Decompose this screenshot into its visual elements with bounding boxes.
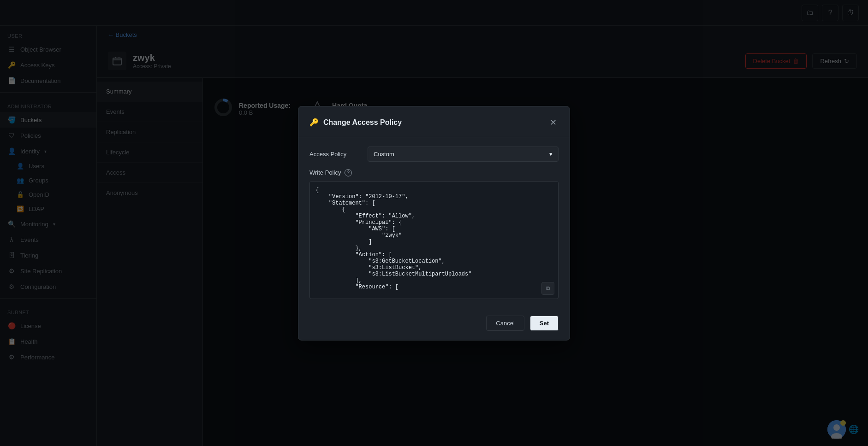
access-policy-select[interactable]: Custom ▾ (368, 147, 559, 162)
modal-overlay[interactable]: 🔑 Change Access Policy ✕ Access Policy C… (0, 0, 868, 446)
write-policy-label: Write Policy (309, 169, 341, 176)
modal-title-text: Change Access Policy (323, 118, 402, 127)
modal-footer: Cancel Set (298, 308, 570, 340)
copy-code-button[interactable]: ⧉ (541, 282, 554, 295)
policy-code-editor[interactable]: { "Version": "2012-10-17", "Statement": … (310, 182, 558, 297)
cancel-button[interactable]: Cancel (486, 316, 524, 331)
access-policy-label: Access Policy (309, 151, 360, 158)
access-policy-value: Custom (374, 151, 394, 158)
write-policy-row: Write Policy ? (309, 169, 559, 176)
modal-title: 🔑 Change Access Policy (309, 118, 402, 127)
change-access-policy-modal: 🔑 Change Access Policy ✕ Access Policy C… (298, 106, 570, 340)
write-policy-help-icon[interactable]: ? (345, 169, 352, 176)
access-policy-row: Access Policy Custom ▾ (309, 147, 559, 162)
modal-close-button[interactable]: ✕ (548, 116, 559, 129)
modal-title-icon: 🔑 (309, 118, 319, 127)
code-editor-wrapper: { "Version": "2012-10-17", "Statement": … (309, 181, 559, 299)
chevron-down-icon: ▾ (549, 151, 553, 158)
set-button[interactable]: Set (530, 316, 559, 331)
modal-body: Access Policy Custom ▾ Write Policy ? { … (298, 137, 570, 308)
modal-header: 🔑 Change Access Policy ✕ (298, 106, 570, 137)
